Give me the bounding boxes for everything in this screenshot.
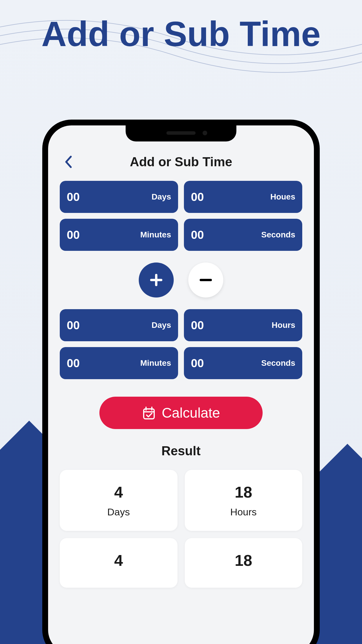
days-input-2[interactable]: 00 Days — [60, 309, 178, 341]
days-value-1: 00 — [67, 190, 80, 204]
input-group-2: 00 Days 00 Hours 00 Minutes 00 Seconds — [60, 309, 302, 379]
minutes-input-2[interactable]: 00 Minutes — [60, 347, 178, 379]
seconds-input-2[interactable]: 00 Seconds — [184, 347, 302, 379]
phone-notch — [126, 125, 236, 141]
calculate-button[interactable]: Calculate — [99, 397, 263, 429]
result-seconds-card: 18 — [185, 538, 303, 588]
plus-icon — [149, 273, 164, 287]
seconds-label-1: Seconds — [261, 230, 295, 239]
result-minutes-card: 4 — [60, 538, 178, 588]
page-title: Add or Sub Time — [60, 155, 302, 169]
result-hours-value: 18 — [191, 483, 297, 501]
chevron-left-icon — [64, 155, 73, 168]
calendar-check-icon — [142, 406, 156, 420]
seconds-input-1[interactable]: 00 Seconds — [184, 219, 302, 251]
result-days-card: 4 Days — [60, 470, 178, 531]
days-label-1: Days — [152, 192, 171, 202]
result-minutes-value: 4 — [66, 551, 172, 569]
days-input-1[interactable]: 00 Days — [60, 181, 178, 213]
calculate-label: Calculate — [162, 405, 220, 421]
minutes-value-2: 00 — [67, 357, 80, 370]
marketing-title: Add or Sub Time — [0, 15, 362, 53]
operation-selector — [60, 262, 302, 298]
days-label-2: Days — [152, 321, 171, 330]
hours-input-2[interactable]: 00 Hours — [184, 309, 302, 341]
seconds-label-2: Seconds — [261, 358, 295, 368]
hours-label-2: Hours — [272, 321, 295, 330]
add-button[interactable] — [139, 262, 174, 298]
phone-screen: Add or Sub Time 00 Days 00 Houes 00 Minu… — [48, 125, 314, 644]
minutes-label-1: Minutes — [140, 230, 171, 239]
subtract-button[interactable] — [188, 262, 223, 298]
minutes-value-1: 00 — [67, 228, 80, 242]
result-title: Result — [60, 444, 302, 458]
result-seconds-value: 18 — [191, 551, 297, 569]
hours-value-1: 00 — [191, 190, 204, 204]
minutes-input-1[interactable]: 00 Minutes — [60, 219, 178, 251]
seconds-value-2: 00 — [191, 357, 204, 370]
back-button[interactable] — [63, 156, 74, 168]
hours-value-2: 00 — [191, 319, 204, 332]
app-header: Add or Sub Time — [60, 149, 302, 181]
phone-frame: Add or Sub Time 00 Days 00 Houes 00 Minu… — [42, 120, 320, 644]
svg-rect-0 — [144, 409, 154, 419]
input-group-1: 00 Days 00 Houes 00 Minutes 00 Seconds — [60, 181, 302, 251]
result-hours-label: Hours — [191, 506, 297, 518]
minus-icon — [198, 273, 213, 287]
result-grid: 4 Days 18 Hours 4 18 — [60, 470, 302, 588]
hours-input-1[interactable]: 00 Houes — [184, 181, 302, 213]
result-days-label: Days — [66, 506, 172, 518]
result-hours-card: 18 Hours — [185, 470, 303, 531]
seconds-value-1: 00 — [191, 228, 204, 242]
hours-label-1: Houes — [270, 192, 295, 202]
days-value-2: 00 — [67, 319, 80, 332]
result-days-value: 4 — [66, 483, 172, 501]
minutes-label-2: Minutes — [140, 358, 171, 368]
